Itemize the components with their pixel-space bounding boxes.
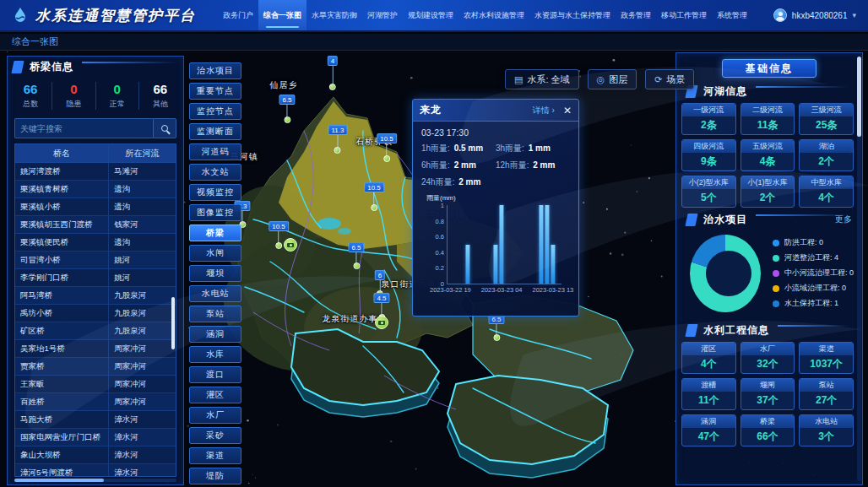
layer-item-水电站[interactable]: 水电站: [189, 285, 241, 302]
marker-pin-icon: [275, 242, 282, 249]
camera-marker-icon[interactable]: [375, 316, 388, 329]
table-row[interactable]: 象山大坝桥漳水河: [15, 446, 176, 464]
river-cell: 遗沟: [108, 198, 176, 215]
map-marker[interactable]: 6.5: [488, 314, 504, 341]
section-corner-icon: [685, 214, 697, 226]
map-control-场景[interactable]: ⟳场景: [645, 69, 694, 89]
basic-info-button[interactable]: 基础信息: [722, 59, 816, 78]
table-row[interactable]: 栗溪镇小桥遗沟: [15, 198, 176, 216]
rain-metric: 1h雨量: 0.5 mm: [421, 143, 496, 154]
chart-y-tick: 1: [441, 202, 444, 209]
bridge-table[interactable]: 桥名所在河流姚河湾渡桥马滩河栗溪镇青树桥遗沟栗溪镇小桥遗沟栗溪镇胡玉西门渡桥钱家…: [14, 143, 176, 477]
search-input[interactable]: [14, 118, 153, 138]
nav-item-政务管理[interactable]: 政务管理: [616, 0, 656, 30]
nav-item-系统管理[interactable]: 系统管理: [712, 0, 752, 30]
engineering-section-title: 水利工程信息: [703, 323, 769, 338]
layer-item-渠道[interactable]: 渠道: [189, 447, 241, 464]
table-row[interactable]: 贾家桥周家冲河: [15, 358, 176, 376]
nav-item-水资源与水土保持管理[interactable]: 水资源与水土保持管理: [529, 0, 616, 30]
layer-item-涵洞[interactable]: 涵洞: [189, 326, 241, 343]
legend-label: 河道整治工程: 4: [784, 252, 838, 263]
layer-item-桥梁[interactable]: 桥梁: [189, 225, 241, 241]
user-menu[interactable]: hkxb42080261 ▾: [773, 8, 856, 22]
marker-pin-icon: [334, 147, 341, 154]
layer-item-水厂[interactable]: 水厂: [189, 407, 241, 424]
map-marker[interactable]: 11.3: [328, 125, 348, 154]
table-horizontal-scrollbar[interactable]: [14, 479, 176, 482]
nav-item-政务门户[interactable]: 政务门户: [218, 0, 258, 30]
layer-item-河道码[interactable]: 河道码: [189, 143, 241, 160]
layer-item-水库[interactable]: 水库: [189, 346, 241, 363]
table-row[interactable]: 司冒湾小桥姚河: [15, 252, 176, 269]
stat-value: 66: [9, 82, 52, 96]
close-icon[interactable]: ✕: [563, 106, 572, 116]
section-line: [778, 325, 849, 327]
layer-item-图像监控[interactable]: 图像监控: [189, 204, 241, 221]
table-row[interactable]: 栗溪镇便民桥遗沟: [15, 234, 176, 252]
map-marker[interactable]: 10.5: [364, 182, 384, 211]
layer-item-监控节点[interactable]: 监控节点: [189, 103, 241, 120]
table-row[interactable]: 姚河湾渡桥马滩河: [15, 163, 176, 181]
layer-item-重要节点[interactable]: 重要节点: [189, 83, 241, 100]
main-area: 仙居乡马河镇石桥驿镇子陵铺镇泉口街道办事处龙泉街道办事处46.511.310.5…: [0, 51, 868, 487]
search-icon: [161, 125, 168, 132]
layer-item-灌区[interactable]: 灌区: [189, 387, 241, 403]
table-row[interactable]: 栗溪镇青树桥遗沟: [15, 181, 176, 198]
map-control-水系: 全域[interactable]: ▤水系: 全域: [505, 69, 579, 89]
detail-link[interactable]: 详情 ›: [533, 105, 555, 116]
nav-item-综合一张图[interactable]: 综合一张图: [258, 0, 307, 30]
map-marker[interactable]: 6.5: [279, 95, 295, 123]
layer-item-治水项目[interactable]: 治水项目: [189, 62, 241, 79]
table-row[interactable]: 吴家坮1号桥周家冲河: [15, 340, 176, 358]
section-line: [82, 62, 178, 63]
table-row[interactable]: 禹坊小桥九股泉河: [15, 305, 176, 322]
nav-item-农村水利设施管理[interactable]: 农村水利设施管理: [458, 0, 529, 30]
project-section-title: 治水项目: [703, 213, 747, 227]
layer-item-堤防[interactable]: 堤防: [189, 468, 241, 484]
breadcrumb[interactable]: 综合一张图: [12, 35, 58, 48]
marker-stem: [287, 105, 288, 117]
nav-item-水旱灾害防御[interactable]: 水旱灾害防御: [307, 0, 362, 30]
nav-item-河湖管护[interactable]: 河湖管护: [362, 0, 403, 30]
stat-label: 隐患: [52, 99, 95, 110]
card-label: 三级河流: [800, 104, 853, 116]
table-row[interactable]: 国家电网营业厅门口桥漳水河: [15, 429, 176, 446]
table-vertical-scrollbar[interactable]: [171, 297, 175, 349]
layer-item-监测断面[interactable]: 监测断面: [189, 123, 241, 140]
layer-item-渡口[interactable]: 渡口: [189, 366, 241, 383]
card-label: 桥梁: [741, 415, 795, 428]
table-row[interactable]: 李学刚门口桥姚河: [15, 269, 176, 287]
map-control-图层[interactable]: ◎图层: [588, 69, 637, 89]
table-row[interactable]: 百姓桥周家冲河: [15, 393, 176, 411]
nav-item-移动工作管理[interactable]: 移动工作管理: [656, 0, 712, 30]
nav-item-规划建设管理[interactable]: 规划建设管理: [403, 0, 458, 30]
card-label: 一级河流: [682, 104, 735, 116]
table-row[interactable]: 马跑大桥漳水河: [15, 411, 176, 429]
layer-item-水文站[interactable]: 水文站: [189, 164, 241, 181]
table-row[interactable]: 栗溪镇胡玉西门渡桥钱家河: [15, 216, 176, 234]
app-logo-icon: [12, 7, 29, 24]
layer-item-泵站[interactable]: 泵站: [189, 306, 241, 322]
table-header-row: 桥名所在河流: [15, 144, 176, 163]
map-marker[interactable]: 4: [328, 56, 338, 90]
right-panel-scrollbar[interactable]: [857, 57, 861, 481]
legend-row-河道整治工程: 河道整治工程: 4: [773, 252, 854, 263]
bridge-name-cell: 栗溪镇便民桥: [15, 237, 108, 248]
card-value: 27个: [800, 392, 853, 409]
more-link[interactable]: 更多: [835, 214, 852, 225]
layer-item-采砂[interactable]: 采砂: [189, 427, 241, 444]
table-row[interactable]: 漳河5号闸渡桥漳水河: [15, 464, 176, 477]
card-value: 2个: [800, 153, 853, 170]
info-card-小(1)型水库: 小(1)型水库2个: [741, 176, 795, 208]
layer-item-堰坝[interactable]: 堰坝: [189, 265, 241, 282]
search-button[interactable]: [153, 118, 176, 138]
table-row[interactable]: 阿马湾桥九股泉河: [15, 287, 176, 305]
layer-item-水闸[interactable]: 水闸: [189, 245, 241, 262]
table-row[interactable]: 矿区桥九股泉河: [15, 322, 176, 340]
camera-marker-icon[interactable]: [284, 238, 297, 252]
table-row[interactable]: 王家畈周家冲河: [15, 376, 176, 393]
map-marker[interactable]: 10.5: [377, 133, 397, 162]
layer-item-视频监控[interactable]: 视频监控: [189, 184, 241, 201]
map-marker[interactable]: 6.5: [348, 242, 364, 269]
marker-stem: [386, 143, 387, 156]
